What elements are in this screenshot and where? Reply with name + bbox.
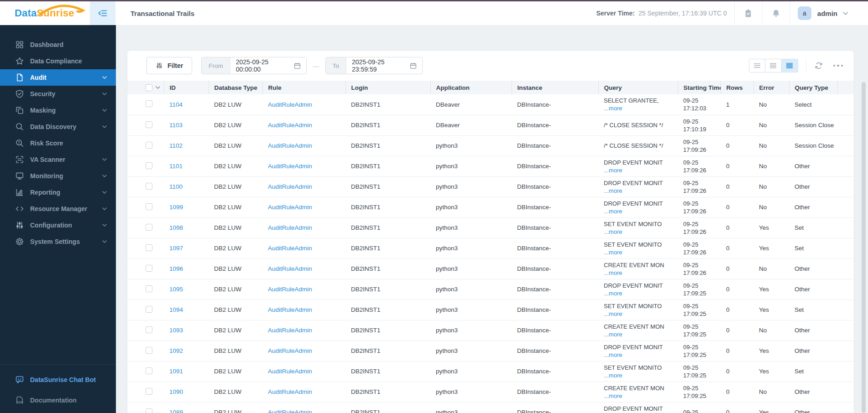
- cell-id-link[interactable]: 1104: [169, 101, 183, 108]
- cell-id-link[interactable]: 1099: [169, 204, 183, 211]
- row-checkbox[interactable]: [146, 285, 152, 292]
- column-header-query[interactable]: Query: [598, 81, 678, 94]
- column-header-login[interactable]: Login: [345, 81, 430, 94]
- calendar-icon[interactable]: [409, 62, 417, 70]
- query-more-link[interactable]: ...more: [604, 310, 678, 318]
- cell-id-link[interactable]: 1097: [169, 245, 183, 252]
- view-mode-dense-button[interactable]: [782, 59, 798, 72]
- sidebar-item-data-discovery[interactable]: Data Discovery: [0, 119, 116, 135]
- cell-id-link[interactable]: 1096: [169, 265, 183, 272]
- logo[interactable]: DataSunrise: [0, 1, 90, 25]
- row-checkbox[interactable]: [146, 244, 152, 251]
- row-checkbox[interactable]: [146, 162, 152, 169]
- column-header-rule[interactable]: Rule: [262, 81, 345, 94]
- query-more-link[interactable]: ...more: [604, 166, 678, 174]
- cell-rule-link[interactable]: AuditRuleAdmin: [268, 224, 312, 231]
- column-header-rows[interactable]: Rows: [721, 81, 753, 94]
- query-more-link[interactable]: ...more: [604, 330, 678, 338]
- sidebar-item-resource-manager[interactable]: Resource Manager: [0, 201, 116, 217]
- calendar-icon[interactable]: [293, 62, 301, 70]
- column-header-query-type[interactable]: Query Type: [789, 81, 837, 94]
- query-more-link[interactable]: ...more: [604, 187, 678, 195]
- sidebar-item-configuration[interactable]: Configuration: [0, 217, 116, 233]
- query-more-link[interactable]: ...more: [604, 372, 678, 379]
- sidebar-item-chat-bot[interactable]: DataSunrise Chat Bot: [0, 369, 116, 390]
- row-checkbox[interactable]: [146, 100, 152, 107]
- sidebar-item-audit[interactable]: Audit: [0, 69, 116, 86]
- sidebar-item-security[interactable]: Security: [0, 86, 116, 102]
- column-header-database-type[interactable]: Database Type: [209, 81, 262, 94]
- cell-rule-link[interactable]: AuditRuleAdmin: [268, 245, 312, 252]
- sidebar-item-va-scanner[interactable]: VA Scanner: [0, 151, 116, 168]
- notifications-button[interactable]: [763, 1, 790, 25]
- cell-rule-link[interactable]: AuditRuleAdmin: [268, 142, 312, 149]
- row-checkbox[interactable]: [146, 306, 152, 313]
- sidebar-item-risk-score[interactable]: Risk Score: [0, 135, 116, 151]
- query-more-link[interactable]: ...more: [604, 269, 678, 277]
- user-menu[interactable]: a admin: [790, 1, 868, 25]
- cell-id-link[interactable]: 1092: [169, 347, 183, 354]
- column-header-instance[interactable]: Instance: [512, 81, 598, 94]
- query-more-link[interactable]: ...more: [604, 392, 678, 400]
- date-from-input[interactable]: 2025-09-25 00:00:00: [230, 58, 293, 73]
- query-more-link[interactable]: ...more: [604, 351, 678, 359]
- row-checkbox[interactable]: [146, 142, 152, 149]
- cell-rule-link[interactable]: AuditRuleAdmin: [268, 306, 312, 313]
- cell-id-link[interactable]: 1102: [169, 142, 183, 149]
- view-mode-medium-button[interactable]: [765, 59, 782, 72]
- row-checkbox[interactable]: [146, 326, 152, 333]
- cell-rule-link[interactable]: AuditRuleAdmin: [268, 409, 312, 413]
- sidebar-collapse-button[interactable]: [90, 1, 115, 25]
- filter-button[interactable]: Filter: [146, 57, 192, 74]
- sidebar-item-masking[interactable]: Masking: [0, 102, 116, 119]
- tasks-button[interactable]: [735, 1, 762, 25]
- cell-rule-link[interactable]: AuditRuleAdmin: [268, 286, 312, 293]
- cell-rule-link[interactable]: AuditRuleAdmin: [268, 101, 312, 108]
- row-checkbox[interactable]: [146, 203, 152, 210]
- row-checkbox[interactable]: [146, 408, 152, 413]
- cell-rule-link[interactable]: AuditRuleAdmin: [268, 327, 312, 334]
- cell-rule-link[interactable]: AuditRuleAdmin: [268, 183, 312, 190]
- row-checkbox[interactable]: [146, 367, 152, 374]
- refresh-button[interactable]: [814, 61, 823, 70]
- cell-rule-link[interactable]: AuditRuleAdmin: [268, 122, 312, 129]
- query-more-link[interactable]: ...more: [604, 228, 678, 236]
- row-checkbox[interactable]: [146, 388, 152, 395]
- row-checkbox[interactable]: [146, 183, 152, 190]
- cell-id-link[interactable]: 1090: [169, 388, 183, 395]
- cell-rule-link[interactable]: AuditRuleAdmin: [268, 388, 312, 395]
- query-more-link[interactable]: ...more: [604, 289, 678, 297]
- cell-id-link[interactable]: 1094: [169, 306, 183, 313]
- sidebar-item-reporting[interactable]: Reporting: [0, 184, 116, 201]
- cell-rule-link[interactable]: AuditRuleAdmin: [268, 204, 312, 211]
- cell-id-link[interactable]: 1093: [169, 327, 183, 334]
- cell-id-link[interactable]: 1089: [169, 409, 183, 413]
- cell-rule-link[interactable]: AuditRuleAdmin: [268, 163, 312, 170]
- more-actions-button[interactable]: [832, 63, 844, 69]
- select-all-checkbox[interactable]: [146, 84, 152, 91]
- vertical-scrollbar[interactable]: [862, 82, 866, 413]
- sidebar-item-monitoring[interactable]: Monitoring: [0, 168, 116, 184]
- query-more-link[interactable]: ...more: [604, 207, 678, 215]
- sidebar-item-documentation[interactable]: Documentation: [0, 390, 116, 410]
- cell-id-link[interactable]: 1098: [169, 224, 183, 231]
- query-more-link[interactable]: ...more: [604, 248, 678, 256]
- query-more-link[interactable]: ...more: [604, 104, 678, 112]
- date-to-input[interactable]: 2025-09-25 23:59:59: [346, 58, 409, 73]
- row-checkbox[interactable]: [146, 224, 152, 231]
- cell-rule-link[interactable]: AuditRuleAdmin: [268, 347, 312, 354]
- cell-rule-link[interactable]: AuditRuleAdmin: [268, 368, 312, 375]
- cell-id-link[interactable]: 1100: [169, 183, 183, 190]
- select-options-chevron-icon[interactable]: [156, 86, 160, 89]
- sidebar-item-dashboard[interactable]: Dashboard: [0, 36, 116, 53]
- row-checkbox[interactable]: [146, 265, 152, 272]
- sidebar-item-system-settings[interactable]: System Settings: [0, 233, 116, 250]
- cell-id-link[interactable]: 1101: [169, 163, 183, 170]
- view-mode-loose-button[interactable]: [749, 59, 765, 72]
- column-header-application[interactable]: Application: [430, 81, 512, 94]
- row-checkbox[interactable]: [146, 121, 152, 128]
- cell-rule-link[interactable]: AuditRuleAdmin: [268, 265, 312, 272]
- column-header-error[interactable]: Error: [753, 81, 789, 94]
- cell-id-link[interactable]: 1091: [169, 368, 183, 375]
- column-header-id[interactable]: ID: [164, 81, 209, 94]
